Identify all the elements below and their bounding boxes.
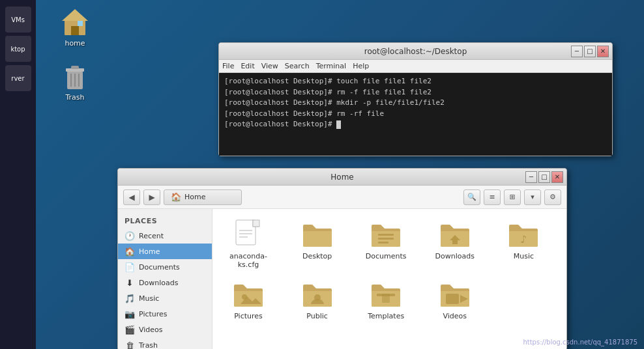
- sidebar-item-documents[interactable]: 📄 Documents: [118, 259, 212, 275]
- svg-rect-12: [253, 220, 259, 227]
- home-icon-label: home: [65, 39, 85, 48]
- sidebar-pictures-label: Pictures: [139, 310, 168, 318]
- sidebar-music-icon: 🎵: [124, 294, 135, 303]
- file-item-videos[interactable]: Videos: [426, 275, 484, 324]
- sidebar-home-label: Home: [139, 247, 160, 256]
- desktop-folder-name: Desktop: [302, 252, 332, 260]
- terminal-window: root@localhost:~/Desktop − □ ✕ File Edit…: [218, 42, 613, 156]
- sidebar-item-home[interactable]: 🏠 Home: [118, 244, 212, 259]
- desktop-icon-trash[interactable]: Trash: [52, 61, 98, 102]
- terminal-menubar: File Edit View Search Terminal Help: [219, 60, 612, 73]
- terminal-menu-edit[interactable]: Edit: [241, 62, 254, 70]
- taskbar-desktop-label: ktop: [10, 46, 25, 53]
- svg-text:♪: ♪: [520, 233, 527, 245]
- fm-titlebar: Home − □ ✕: [118, 169, 566, 186]
- templates-folder-name: Templates: [368, 312, 404, 320]
- file-item-documents[interactable]: Documents: [357, 216, 415, 272]
- downloads-folder-icon: [439, 219, 471, 250]
- fm-content: Places 🕐 Recent 🏠 Home 📄 Documents ⬇ Dow…: [118, 209, 566, 349]
- taskbar-item-desktop[interactable]: ktop: [5, 36, 31, 62]
- recent-icon: 🕐: [124, 231, 135, 241]
- terminal-minimize-btn[interactable]: −: [571, 46, 583, 57]
- fm-file-grid: anaconda-ks.cfg Desktop: [212, 209, 566, 349]
- music-folder-name: Music: [514, 252, 534, 260]
- svg-marker-1: [62, 9, 88, 21]
- location-home-icon: 🏠: [171, 192, 181, 202]
- terminal-menu-file[interactable]: File: [222, 62, 234, 70]
- public-folder-name: Public: [306, 312, 328, 320]
- fm-settings-btn[interactable]: ⚙: [544, 189, 561, 205]
- terminal-menu-terminal[interactable]: Terminal: [316, 62, 347, 70]
- terminal-menu-search[interactable]: Search: [285, 62, 310, 70]
- sidebar-pictures-icon: 📷: [124, 309, 135, 319]
- terminal-close-btn[interactable]: ✕: [597, 46, 609, 57]
- sidebar-downloads-icon: ⬇: [124, 278, 135, 288]
- sidebar-item-downloads[interactable]: ⬇ Downloads: [118, 275, 212, 290]
- anaconda-file-name: anaconda-ks.cfg: [222, 252, 274, 269]
- fm-grid-view-btn[interactable]: ⊞: [504, 189, 521, 205]
- taskbar-item-vms[interactable]: VMs: [5, 7, 31, 33]
- fm-sort-btn[interactable]: ▾: [524, 189, 541, 205]
- svg-rect-17: [378, 238, 394, 240]
- file-item-desktop[interactable]: Desktop: [288, 216, 347, 272]
- file-item-templates[interactable]: Templates: [357, 275, 415, 324]
- terminal-menu-view[interactable]: View: [261, 62, 278, 70]
- terminal-titlebar: root@localhost:~/Desktop − □ ✕: [219, 43, 612, 60]
- sidebar-item-pictures[interactable]: 📷 Pictures: [118, 306, 212, 322]
- trash-icon: [59, 61, 91, 92]
- fm-forward-btn[interactable]: ▶: [143, 189, 160, 205]
- file-item-public[interactable]: Public: [288, 275, 347, 324]
- file-item-anaconda[interactable]: anaconda-ks.cfg: [219, 216, 278, 272]
- file-item-pictures[interactable]: Pictures: [219, 275, 278, 324]
- fm-location-text: Home: [184, 193, 205, 201]
- fm-toolbar: ◀ ▶ 🏠 Home 🔍 ≡ ⊞ ▾ ⚙: [118, 186, 566, 209]
- sidebar-item-videos[interactable]: 🎬 Videos: [118, 322, 212, 337]
- taskbar-item-server[interactable]: rver: [5, 65, 31, 91]
- fm-back-btn[interactable]: ◀: [123, 189, 140, 205]
- svg-rect-25: [382, 294, 390, 303]
- file-item-music[interactable]: ♪ Music: [494, 216, 553, 272]
- terminal-body[interactable]: [root@localhost Desktop]# touch file fil…: [219, 73, 612, 156]
- fm-list-view-btn[interactable]: ≡: [484, 189, 501, 205]
- fm-minimize-btn[interactable]: −: [525, 171, 537, 183]
- file-item-downloads[interactable]: Downloads: [426, 216, 484, 272]
- desktop-folder-icon: [302, 219, 333, 250]
- documents-folder-icon: [370, 219, 402, 250]
- fm-maximize-btn[interactable]: □: [538, 171, 550, 183]
- desktop: VMs ktop rver home: [0, 0, 644, 349]
- sidebar-documents-icon: 📄: [124, 262, 135, 272]
- taskbar-left: VMs ktop rver: [0, 0, 36, 349]
- terminal-line-2: [root@localhost Desktop]# mkdir -p file/…: [224, 98, 607, 109]
- taskbar-vms-label: VMs: [11, 16, 25, 23]
- sidebar-downloads-label: Downloads: [139, 279, 178, 287]
- fm-location-bar[interactable]: 🏠 Home: [164, 189, 242, 205]
- terminal-controls: − □ ✕: [571, 46, 609, 57]
- sidebar-recent-label: Recent: [139, 232, 164, 240]
- terminal-line-1: [root@localhost Desktop]# rm -f file fil…: [224, 87, 607, 98]
- terminal-title: root@localhost:~/Desktop: [364, 47, 467, 56]
- fm-close-btn[interactable]: ✕: [551, 171, 563, 183]
- desktop-icon-home[interactable]: home: [52, 7, 98, 48]
- public-folder-icon: [302, 279, 333, 310]
- terminal-maximize-btn[interactable]: □: [584, 46, 596, 57]
- terminal-menu-help[interactable]: Help: [353, 62, 369, 70]
- sidebar-videos-icon: 🎬: [124, 325, 135, 335]
- videos-folder-icon: [439, 279, 471, 310]
- sidebar-item-trash[interactable]: 🗑 Trash: [118, 337, 212, 349]
- videos-folder-name: Videos: [443, 312, 467, 320]
- sidebar-item-music[interactable]: 🎵 Music: [118, 290, 212, 306]
- documents-folder-name: Documents: [366, 252, 407, 260]
- sidebar-music-label: Music: [139, 294, 159, 303]
- terminal-line-4: [root@localhost Desktop]#: [224, 119, 607, 130]
- svg-rect-2: [71, 26, 79, 35]
- sidebar-item-recent[interactable]: 🕐 Recent: [118, 228, 212, 244]
- desktop-icons-area: home Trash: [46, 0, 104, 108]
- svg-rect-3: [78, 21, 83, 26]
- fm-title: Home: [330, 173, 353, 182]
- fm-search-btn[interactable]: 🔍: [463, 189, 480, 205]
- fm-controls: − □ ✕: [525, 171, 563, 183]
- home-icon: [59, 7, 91, 38]
- sidebar-trash-label: Trash: [139, 341, 158, 350]
- terminal-cursor: [336, 120, 341, 129]
- terminal-line-3: [root@localhost Desktop]# rm -rf file: [224, 109, 607, 120]
